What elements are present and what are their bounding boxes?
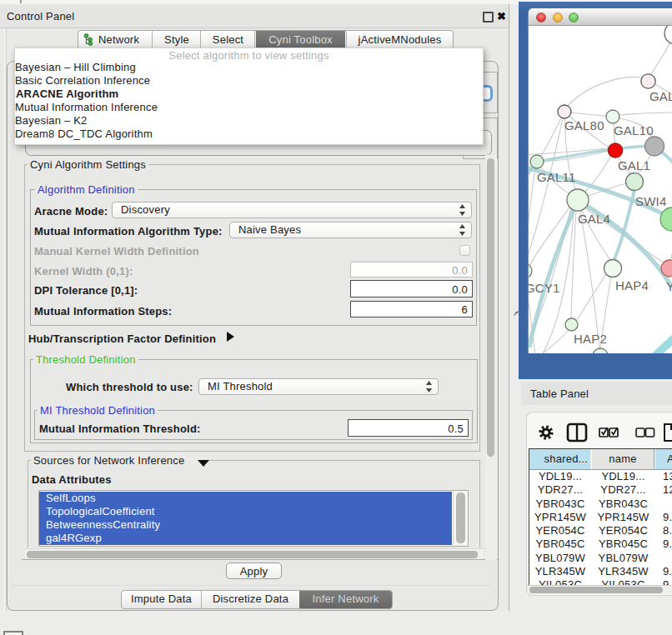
svg-text:GAL4: GAL4 — [578, 212, 610, 226]
svg-text:GAL10: GAL10 — [614, 123, 654, 138]
svg-text:SWI4: SWI4 — [635, 194, 666, 208]
svg-text:GAL11: GAL11 — [537, 170, 576, 184]
svg-text:GAL: GAL — [649, 89, 672, 103]
svg-text:Y: Y — [666, 279, 672, 293]
svg-text:GAL1: GAL1 — [618, 158, 650, 172]
svg-text:GAL80: GAL80 — [564, 118, 604, 132]
svg-text:HAP4: HAP4 — [615, 278, 649, 292]
svg-text:GCY1: GCY1 — [529, 281, 560, 295]
svg-text:HAP2: HAP2 — [574, 332, 607, 346]
